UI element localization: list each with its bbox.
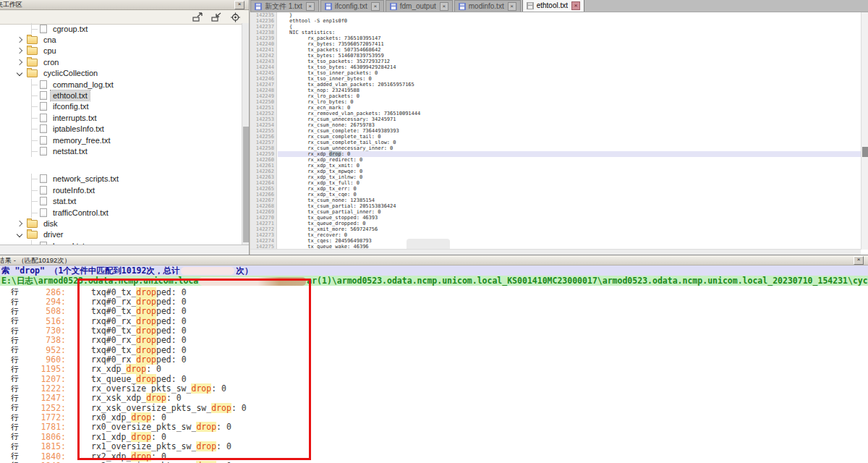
- search-result-row[interactable]: 行1252:rx_xsk_oversize_pkts_sw_drop: 0: [0, 403, 868, 412]
- search-result-row[interactable]: 行516:rxq#0_rx_dropped: 0: [0, 316, 868, 326]
- search-result-row[interactable]: 行960:rxq#0_rx_dropped: 0: [0, 354, 868, 364]
- search-result-row[interactable]: 行1815:rx1_oversize_pkts_sw_drop: 0: [0, 442, 868, 451]
- workspace-close-icon[interactable]: ×: [234, 1, 244, 9]
- search-result-row[interactable]: 行730:txq#0_tx_dropped: 0: [0, 326, 868, 335]
- line-number: 142263: [250, 174, 274, 180]
- locate-current-file-icon[interactable]: [229, 12, 242, 22]
- tree-file-interrupts.txt[interactable]: interrupts.txt: [0, 112, 242, 123]
- tab-modinfo.txt[interactable]: modinfo.txt ×: [454, 0, 521, 12]
- search-result-row[interactable]: 行1247:rx_xsk_xdp_drop: 0: [0, 394, 868, 403]
- result-text: txq#0_tx_dropped: 0: [91, 306, 187, 316]
- tree-folder-cyclicCollection[interactable]: cyclicCollection: [0, 68, 242, 79]
- search-result-row[interactable]: 行1806:rx1_xdp_drop: 0: [0, 432, 868, 441]
- tree-folder-cron[interactable]: cron: [0, 56, 242, 67]
- line-number: 142253: [250, 116, 274, 122]
- tab-ifconfig.txt[interactable]: ifconfig.txt ×: [320, 0, 384, 12]
- tree-file-trafficControl.txt[interactable]: trafficControl.txt: [0, 207, 242, 218]
- code-line: rx_csum_complete_tail_slow: 0: [278, 140, 861, 145]
- result-text: rx_xsk_oversize_pkts_sw_drop: 0: [91, 403, 247, 413]
- match-highlight: drop: [136, 287, 156, 297]
- tree-folder-cpu[interactable]: cpu: [0, 46, 242, 56]
- search-result-row[interactable]: 行1195:rx_xdp_drop: 0: [0, 365, 868, 374]
- tree-file-netstat.txt[interactable]: netstat.txt: [0, 145, 242, 156]
- file-icon: [40, 147, 47, 156]
- tab-close-icon[interactable]: ×: [440, 2, 448, 11]
- search-result-row[interactable]: 行1207:tx_queue_dropped: 0: [0, 374, 868, 383]
- chevron-right-icon[interactable]: [17, 37, 22, 43]
- line-number: 142270: [250, 215, 274, 221]
- tree-item-label: cyclicCollection: [41, 68, 100, 78]
- line-number: 142239: [250, 35, 274, 41]
- match-highlight: drop: [136, 297, 156, 307]
- tree-item-label: cpu: [41, 46, 59, 56]
- saved-file-icon: [325, 3, 332, 10]
- tree-file-stat.txt[interactable]: stat.txt: [0, 195, 242, 206]
- expand-all-icon[interactable]: [192, 12, 204, 22]
- tree-horizontal-scrollbar[interactable]: [0, 245, 249, 255]
- result-line-number: 286:: [21, 287, 66, 297]
- chevron-down-icon[interactable]: [17, 232, 22, 237]
- chevron-right-icon[interactable]: [17, 221, 22, 226]
- collapse-all-icon[interactable]: [210, 12, 223, 22]
- editor-content[interactable]: }ethtool -S enp1s0f0{NIC statistics: rx_…: [278, 12, 861, 250]
- search-result-row[interactable]: 行738:rxq#0_rx_dropped: 0: [0, 336, 868, 345]
- search-result-row[interactable]: 行952:txq#0_tx_dropped: 0: [0, 345, 868, 354]
- result-text: rx0_oversize_pkts_sw_drop: 0: [91, 422, 231, 432]
- search-result-row[interactable]: 行1222:rx_oversize_pkts_sw_drop: 0: [0, 383, 868, 393]
- tree-file-memory_free.txt[interactable]: memory_free.txt: [0, 135, 242, 145]
- line-number: 142236: [250, 18, 274, 24]
- chevron-down-icon[interactable]: [17, 70, 22, 76]
- text-editor[interactable]: 1422351422361422371422381422391422401422…: [250, 12, 868, 255]
- search-result-row[interactable]: 行1781:rx0_oversize_pkts_sw_drop: 0: [0, 422, 868, 432]
- result-line-number: 1252:: [21, 403, 66, 413]
- results-close-icon[interactable]: ×: [854, 256, 864, 265]
- tab-close-icon[interactable]: ×: [306, 2, 315, 11]
- tree-vertical-scrollbar[interactable]: [242, 23, 249, 245]
- editor-horizontal-scrollbar[interactable]: [250, 249, 861, 255]
- tree-folder-disk[interactable]: disk: [0, 218, 242, 229]
- tree-file-network_scripts.txt[interactable]: network_scripts.txt: [0, 174, 242, 184]
- workspace-toolbar: [0, 10, 249, 25]
- tree-file-command_log.txt[interactable]: command_log.txt: [0, 79, 242, 90]
- tree-file-ifconfig.txt[interactable]: ifconfig.txt: [0, 101, 242, 112]
- code-line: tx_added_vlan_packets: 205165957165: [278, 82, 861, 88]
- tab-close-icon[interactable]: ×: [371, 2, 380, 11]
- editor-vertical-scrollbar[interactable]: [861, 12, 868, 250]
- chevron-right-icon[interactable]: [17, 48, 22, 54]
- tree-file-ethtool.txt[interactable]: ethtool.txt: [0, 90, 242, 101]
- tree-file-routeInfo.txt[interactable]: routeInfo.txt: [0, 184, 242, 195]
- result-line-number: 1207:: [21, 374, 66, 384]
- tree-item-label: network_scripts.txt: [51, 174, 121, 184]
- tree-folder-driver[interactable]: driver: [0, 229, 242, 240]
- tab-close-icon[interactable]: ×: [508, 2, 516, 11]
- line-number: 142242: [250, 53, 274, 59]
- file-tree: cgroup.txtcnacpucroncyclicCollectioncomm…: [0, 23, 242, 245]
- editor-scrollbar-thumb[interactable]: [862, 147, 868, 157]
- tab--1.txt[interactable]: 新文件 1.txt ×: [250, 0, 319, 12]
- search-result-row[interactable]: 行286:txq#0_tx_dropped: 0: [0, 287, 868, 297]
- chevron-right-icon[interactable]: [17, 59, 22, 65]
- tree-file-iptablesInfo.txt[interactable]: iptablesInfo.txt: [0, 124, 242, 135]
- code-line: rx_csum_complete_tail: 0: [278, 134, 861, 140]
- search-result-row[interactable]: 行1840:rx2_xdp_drop: 0: [0, 451, 868, 461]
- tab-close-icon[interactable]: ×: [571, 1, 580, 10]
- tree-folder-cna[interactable]: cna: [0, 34, 242, 45]
- tree-scrollbar-thumb[interactable]: [243, 127, 249, 242]
- search-summary-line[interactable]: 索 "drop" （1个文件中匹配到10192次，总计次）: [0, 266, 868, 276]
- match-highlight: drop: [136, 316, 156, 326]
- redaction-blob: [199, 277, 306, 286]
- match-highlight: drop: [131, 412, 151, 422]
- saved-file-icon: [390, 3, 397, 10]
- search-result-row[interactable]: 行294:rxq#0_rx_dropped: 0: [0, 297, 868, 306]
- code-line: tx_bytes: 514607839753959: [278, 53, 861, 59]
- tab-ethtool.txt[interactable]: ethtool.txt ×: [522, 0, 584, 12]
- tree-file-cgroup.txt[interactable]: cgroup.txt: [0, 23, 242, 34]
- search-result-row[interactable]: 行508:txq#0_tx_dropped: 0: [0, 307, 868, 316]
- search-result-row[interactable]: 行1772:rx0_xdp_drop: 0: [0, 412, 868, 422]
- saved-file-icon: [459, 3, 466, 10]
- line-number: 142268: [250, 203, 274, 209]
- result-file-path-line[interactable]: E:\日志\armod0523.odata.ncmp.unicom.locaar…: [0, 276, 868, 286]
- code-line: rx_xdp_tx_err: 0: [278, 186, 861, 192]
- code-line: tx_csum_none: 12385154: [278, 197, 861, 203]
- tab-fdm_output[interactable]: fdm_output ×: [386, 0, 453, 12]
